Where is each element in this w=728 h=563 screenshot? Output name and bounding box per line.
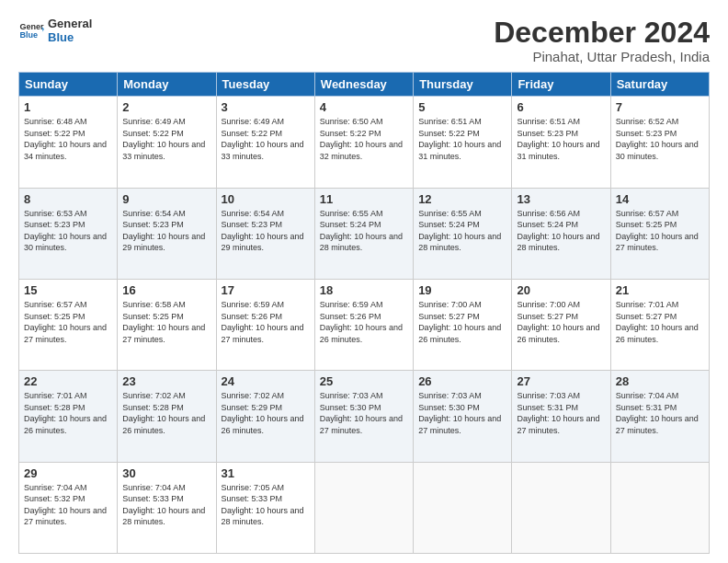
day-cell: 4 Sunrise: 6:50 AMSunset: 5:22 PMDayligh… <box>314 97 413 188</box>
logo: General Blue General Blue <box>18 17 92 44</box>
day-info: Sunrise: 6:52 AMSunset: 5:23 PMDaylight:… <box>616 117 699 161</box>
day-number: 4 <box>320 100 408 114</box>
day-info: Sunrise: 7:00 AMSunset: 5:27 PMDaylight:… <box>517 300 599 344</box>
day-number: 12 <box>418 192 506 206</box>
day-cell: 22 Sunrise: 7:01 AMSunset: 5:28 PMDaylig… <box>19 371 118 462</box>
day-number: 16 <box>122 283 210 297</box>
day-number: 30 <box>122 466 210 480</box>
header-saturday: Saturday <box>610 73 709 97</box>
day-cell <box>314 462 413 553</box>
week-row-4: 22 Sunrise: 7:01 AMSunset: 5:28 PMDaylig… <box>19 371 710 462</box>
day-cell <box>414 462 512 553</box>
day-cell: 19 Sunrise: 7:00 AMSunset: 5:27 PMDaylig… <box>414 279 512 370</box>
day-cell: 7 Sunrise: 6:52 AMSunset: 5:23 PMDayligh… <box>610 97 709 188</box>
day-number: 31 <box>222 466 310 480</box>
day-number: 3 <box>222 100 310 114</box>
day-info: Sunrise: 6:54 AMSunset: 5:23 PMDaylight:… <box>122 209 205 253</box>
calendar-page: General Blue General Blue December 2024 … <box>0 0 728 563</box>
day-info: Sunrise: 6:59 AMSunset: 5:26 PMDaylight:… <box>320 300 403 344</box>
calendar-table: Sunday Monday Tuesday Wednesday Thursday… <box>18 72 710 554</box>
day-cell: 13 Sunrise: 6:56 AMSunset: 5:24 PMDaylig… <box>512 188 610 279</box>
day-number: 23 <box>122 374 210 388</box>
day-number: 8 <box>24 192 112 206</box>
day-info: Sunrise: 6:58 AMSunset: 5:25 PMDaylight:… <box>122 300 205 344</box>
day-cell: 1 Sunrise: 6:48 AMSunset: 5:22 PMDayligh… <box>19 97 118 188</box>
day-cell: 9 Sunrise: 6:54 AMSunset: 5:23 PMDayligh… <box>118 188 216 279</box>
day-number: 7 <box>616 100 704 114</box>
day-number: 27 <box>517 374 605 388</box>
main-title: December 2024 <box>494 17 710 49</box>
day-info: Sunrise: 7:01 AMSunset: 5:28 PMDaylight:… <box>24 391 107 435</box>
day-number: 10 <box>222 192 310 206</box>
day-number: 15 <box>24 283 112 297</box>
week-row-2: 8 Sunrise: 6:53 AMSunset: 5:23 PMDayligh… <box>19 188 710 279</box>
day-info: Sunrise: 7:00 AMSunset: 5:27 PMDaylight:… <box>418 300 501 344</box>
day-cell: 5 Sunrise: 6:51 AMSunset: 5:22 PMDayligh… <box>414 97 512 188</box>
day-info: Sunrise: 6:51 AMSunset: 5:22 PMDaylight:… <box>418 117 501 161</box>
day-info: Sunrise: 6:57 AMSunset: 5:25 PMDaylight:… <box>616 209 699 253</box>
day-number: 18 <box>320 283 408 297</box>
day-cell: 17 Sunrise: 6:59 AMSunset: 5:26 PMDaylig… <box>216 279 314 370</box>
day-cell: 29 Sunrise: 7:04 AMSunset: 5:32 PMDaylig… <box>19 462 118 553</box>
svg-text:General: General <box>19 22 44 31</box>
week-row-5: 29 Sunrise: 7:04 AMSunset: 5:32 PMDaylig… <box>19 462 710 553</box>
header-sunday: Sunday <box>19 73 118 97</box>
day-number: 22 <box>24 374 112 388</box>
day-info: Sunrise: 6:56 AMSunset: 5:24 PMDaylight:… <box>517 209 599 253</box>
day-cell: 20 Sunrise: 7:00 AMSunset: 5:27 PMDaylig… <box>512 279 610 370</box>
day-cell: 12 Sunrise: 6:55 AMSunset: 5:24 PMDaylig… <box>414 188 512 279</box>
day-info: Sunrise: 7:01 AMSunset: 5:27 PMDaylight:… <box>616 300 699 344</box>
day-number: 9 <box>122 192 210 206</box>
svg-text:Blue: Blue <box>19 30 38 40</box>
day-info: Sunrise: 6:51 AMSunset: 5:23 PMDaylight:… <box>517 117 599 161</box>
day-info: Sunrise: 7:02 AMSunset: 5:29 PMDaylight:… <box>222 391 304 435</box>
day-number: 24 <box>222 374 310 388</box>
day-cell: 27 Sunrise: 7:03 AMSunset: 5:31 PMDaylig… <box>512 371 610 462</box>
header-tuesday: Tuesday <box>216 73 314 97</box>
day-cell: 10 Sunrise: 6:54 AMSunset: 5:23 PMDaylig… <box>216 188 314 279</box>
day-cell: 3 Sunrise: 6:49 AMSunset: 5:22 PMDayligh… <box>216 97 314 188</box>
logo-text-line2: Blue <box>48 30 92 44</box>
day-number: 28 <box>616 374 704 388</box>
day-info: Sunrise: 6:57 AMSunset: 5:25 PMDaylight:… <box>24 300 107 344</box>
day-cell: 21 Sunrise: 7:01 AMSunset: 5:27 PMDaylig… <box>610 279 709 370</box>
day-info: Sunrise: 7:03 AMSunset: 5:30 PMDaylight:… <box>418 391 501 435</box>
day-cell: 11 Sunrise: 6:55 AMSunset: 5:24 PMDaylig… <box>314 188 413 279</box>
day-number: 14 <box>616 192 704 206</box>
day-cell: 30 Sunrise: 7:04 AMSunset: 5:33 PMDaylig… <box>118 462 216 553</box>
day-cell: 24 Sunrise: 7:02 AMSunset: 5:29 PMDaylig… <box>216 371 314 462</box>
day-cell: 25 Sunrise: 7:03 AMSunset: 5:30 PMDaylig… <box>314 371 413 462</box>
day-cell: 23 Sunrise: 7:02 AMSunset: 5:28 PMDaylig… <box>118 371 216 462</box>
day-cell: 15 Sunrise: 6:57 AMSunset: 5:25 PMDaylig… <box>19 279 118 370</box>
day-info: Sunrise: 7:04 AMSunset: 5:31 PMDaylight:… <box>616 391 699 435</box>
day-cell <box>610 462 709 553</box>
day-info: Sunrise: 7:03 AMSunset: 5:31 PMDaylight:… <box>517 391 599 435</box>
day-info: Sunrise: 6:54 AMSunset: 5:23 PMDaylight:… <box>222 209 304 253</box>
day-info: Sunrise: 7:02 AMSunset: 5:28 PMDaylight:… <box>122 391 205 435</box>
day-cell: 16 Sunrise: 6:58 AMSunset: 5:25 PMDaylig… <box>118 279 216 370</box>
day-cell: 2 Sunrise: 6:49 AMSunset: 5:22 PMDayligh… <box>118 97 216 188</box>
day-number: 29 <box>24 466 112 480</box>
day-number: 6 <box>517 100 605 114</box>
day-info: Sunrise: 6:50 AMSunset: 5:22 PMDaylight:… <box>320 117 403 161</box>
day-number: 26 <box>418 374 506 388</box>
header-wednesday: Wednesday <box>314 73 413 97</box>
day-info: Sunrise: 6:49 AMSunset: 5:22 PMDaylight:… <box>222 117 304 161</box>
day-info: Sunrise: 6:55 AMSunset: 5:24 PMDaylight:… <box>320 209 403 253</box>
day-number: 13 <box>517 192 605 206</box>
logo-text-line1: General <box>48 17 92 30</box>
week-row-1: 1 Sunrise: 6:48 AMSunset: 5:22 PMDayligh… <box>19 97 710 188</box>
day-info: Sunrise: 7:03 AMSunset: 5:30 PMDaylight:… <box>320 391 403 435</box>
day-info: Sunrise: 6:59 AMSunset: 5:26 PMDaylight:… <box>222 300 304 344</box>
day-number: 19 <box>418 283 506 297</box>
day-number: 2 <box>122 100 210 114</box>
week-row-3: 15 Sunrise: 6:57 AMSunset: 5:25 PMDaylig… <box>19 279 710 370</box>
day-number: 21 <box>616 283 704 297</box>
day-number: 11 <box>320 192 408 206</box>
day-info: Sunrise: 7:05 AMSunset: 5:33 PMDaylight:… <box>222 483 304 527</box>
weekday-header-row: Sunday Monday Tuesday Wednesday Thursday… <box>19 73 710 97</box>
day-number: 20 <box>517 283 605 297</box>
day-cell <box>512 462 610 553</box>
day-cell: 26 Sunrise: 7:03 AMSunset: 5:30 PMDaylig… <box>414 371 512 462</box>
day-number: 1 <box>24 100 112 114</box>
